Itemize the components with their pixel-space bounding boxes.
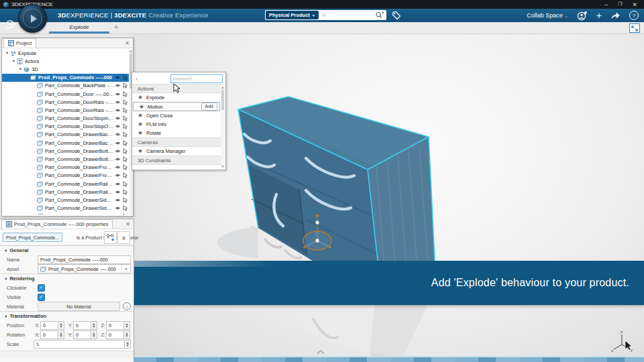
visibility-eye-icon[interactable]: [114, 182, 121, 186]
expander-icon[interactable]: ▼: [5, 51, 9, 55]
visibility-eye-icon[interactable]: [114, 149, 121, 154]
tree-node[interactable]: Part_Commode_DrawerBack ----.000 ...: [2, 139, 129, 147]
project-tab[interactable]: Project: [3, 38, 36, 48]
tree-node[interactable]: Part_Commode_DrawerSideRight ----...: [2, 213, 129, 215]
close-button[interactable]: ✕: [632, 1, 637, 8]
visibility-eye-icon[interactable]: [114, 141, 121, 145]
popup-item-camera-manager[interactable]: ★Camera Manager: [132, 147, 221, 156]
section-transformation[interactable]: ▼ Transformation: [0, 311, 133, 320]
pickable-cursor-icon[interactable]: [121, 107, 129, 113]
tree-node[interactable]: Part_Commode_DrawerBack ----.000 ...: [2, 131, 129, 139]
pickable-cursor-icon[interactable]: [121, 115, 129, 121]
behavior-graph-icon[interactable]: [104, 231, 117, 244]
rotation-field[interactable]: 0: [40, 330, 58, 339]
tree-node[interactable]: Part_Commode_BackPlate ----.000 [...: [2, 82, 129, 90]
name-field[interactable]: Prod_Props_Commode ----.000: [38, 255, 131, 264]
popup-scrollbar[interactable]: ▲ ▼: [221, 85, 225, 168]
expander-icon[interactable]: ▼: [25, 76, 30, 80]
tree-node-selected[interactable]: ▼Prod_Props_Commode ----.000: [2, 74, 129, 82]
pickable-cursor-icon[interactable]: [121, 140, 129, 146]
pickable-cursor-icon[interactable]: [121, 213, 129, 215]
visibility-eye-icon[interactable]: [114, 198, 121, 202]
visibility-eye-icon[interactable]: [114, 190, 121, 194]
tree-node[interactable]: Part_Commode_Door ----.000 (Physic...: [2, 90, 129, 98]
scale-stepper[interactable]: [125, 340, 131, 349]
section-general[interactable]: ▼ General: [0, 245, 133, 255]
visibility-eye-icon[interactable]: [114, 100, 121, 105]
back-chevron-icon[interactable]: ‹: [136, 75, 138, 82]
section-rendering[interactable]: ▼ Rendering: [0, 274, 133, 283]
minimize-button[interactable]: –: [604, 1, 608, 8]
pickable-cursor-icon[interactable]: [121, 91, 129, 97]
tree-node[interactable]: Part_Commode_DrawerFront ----.000...: [2, 172, 129, 180]
rotation-stepper[interactable]: [58, 330, 64, 339]
rotation-stepper[interactable]: [91, 330, 97, 339]
tree-node[interactable]: Part_Commode_DrawerBottom ----...: [2, 147, 129, 155]
position-stepper[interactable]: [124, 321, 130, 330]
pickable-cursor-icon[interactable]: [121, 74, 129, 80]
tab-explode[interactable]: Explode: [49, 22, 109, 32]
tree-node[interactable]: ▼Actors: [2, 57, 129, 65]
pickable-cursor-icon[interactable]: [121, 156, 129, 162]
asset-select[interactable]: Prod_Props_Commode ----.000 ▼: [38, 264, 131, 274]
keyword-search-input[interactable]: [170, 74, 223, 83]
visibility-eye-icon[interactable]: [114, 116, 121, 121]
pickable-cursor-icon[interactable]: [121, 189, 129, 195]
tree-node[interactable]: Part_Commode_DrawerRail ----.000 ...: [2, 180, 129, 188]
expand-timeline-icon[interactable]: [316, 349, 325, 355]
tree-node[interactable]: Part_Commode_DrawerBottom ----...: [2, 155, 129, 163]
visibility-eye-icon[interactable]: [114, 173, 121, 178]
help-icon[interactable]: ?: [629, 11, 639, 20]
visibility-eye-icon[interactable]: [114, 108, 121, 113]
rotation-stepper[interactable]: [124, 330, 130, 339]
pickable-cursor-icon[interactable]: [121, 148, 129, 154]
rotation-field[interactable]: 0: [73, 330, 91, 339]
pickable-cursor-icon[interactable]: [121, 197, 129, 203]
visible-checkbox[interactable]: ✓: [38, 294, 45, 301]
3dexperience-compass-logo[interactable]: [18, 4, 47, 33]
visibility-eye-icon[interactable]: [114, 214, 121, 215]
expander-icon[interactable]: ▼: [11, 59, 16, 63]
pickable-cursor-icon[interactable]: [121, 82, 129, 88]
popup-item-explode[interactable]: ★Explode: [132, 93, 221, 102]
search-icon[interactable]: [375, 11, 384, 19]
popup-item-open-close[interactable]: ★Open Close: [132, 111, 221, 120]
visibility-eye-icon[interactable]: [114, 157, 121, 162]
rotation-field[interactable]: 0: [106, 330, 124, 339]
pickable-cursor-icon[interactable]: [121, 99, 129, 105]
pickable-cursor-icon[interactable]: [121, 164, 129, 170]
material-button[interactable]: No Material: [38, 302, 120, 311]
visibility-eye-icon[interactable]: [114, 206, 121, 210]
popup-item-rotate[interactable]: ★Rotate: [132, 129, 221, 137]
position-stepper[interactable]: [58, 321, 64, 330]
position-field[interactable]: 0: [40, 321, 58, 330]
pickable-cursor-icon[interactable]: [121, 172, 129, 178]
search-input[interactable]: In: [322, 12, 375, 18]
close-icon[interactable]: ✕: [125, 221, 130, 227]
visibility-eye-icon[interactable]: [114, 92, 121, 97]
pickable-cursor-icon[interactable]: [121, 205, 129, 211]
collab-space-dropdown[interactable]: Collab Space⌄: [527, 12, 568, 19]
position-stepper[interactable]: [91, 321, 97, 330]
user-profile-icon[interactable]: [577, 11, 588, 21]
clickable-checkbox[interactable]: ✓: [38, 284, 45, 292]
add-button[interactable]: Add: [201, 103, 217, 111]
tree-node[interactable]: Part_Commode_DoorStopIn ----.000 ...: [2, 115, 129, 123]
tree-node[interactable]: Part_Commode_DrawerRail ----.000 ...: [2, 188, 129, 196]
scale-field[interactable]: 1: [34, 340, 125, 349]
tree-node[interactable]: Part_Commode_DrawerFront ----.000...: [2, 164, 129, 172]
global-search[interactable]: Physical Product▼ In: [265, 10, 386, 20]
share-icon[interactable]: [610, 11, 621, 19]
tree-node[interactable]: Part_Commode_DoorStopOut ----.00...: [2, 123, 129, 131]
properties-tab[interactable]: Prod_Props_Commode ----.000 properties: [1, 219, 113, 229]
tree-node[interactable]: ▼Explode: [2, 49, 129, 57]
tag-icon[interactable]: [391, 11, 402, 20]
scroll-up-icon[interactable]: ▲: [129, 49, 133, 53]
expander-icon[interactable]: ▼: [18, 67, 23, 71]
visibility-eye-icon[interactable]: [114, 165, 121, 170]
tree-node[interactable]: Part_Commode_DrawerSideLeft ----...: [2, 204, 129, 213]
position-field[interactable]: 0: [106, 321, 124, 330]
chevron-down-icon[interactable]: ▼: [121, 265, 130, 273]
tree-node[interactable]: ▼3D: [2, 65, 129, 73]
visibility-eye-icon[interactable]: [114, 75, 121, 80]
